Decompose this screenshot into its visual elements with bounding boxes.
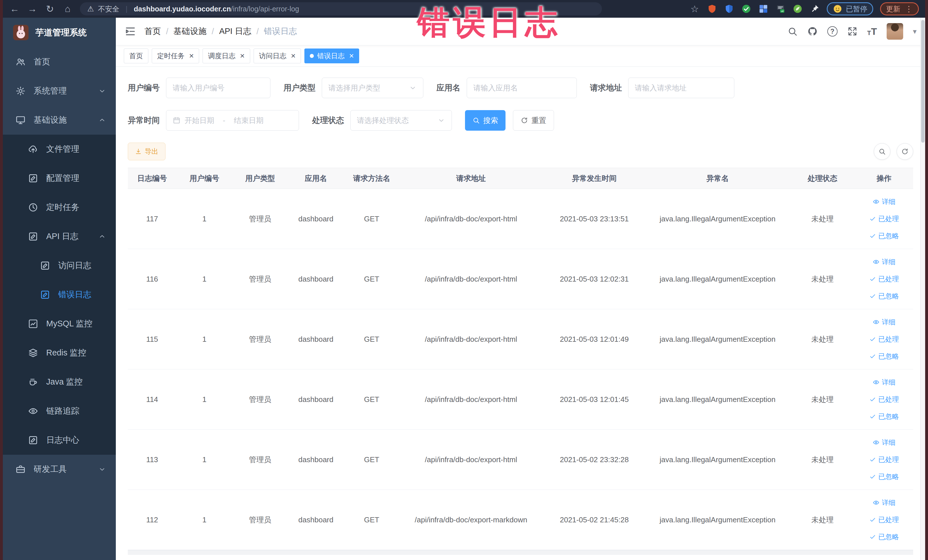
action-detail[interactable]: 详细 <box>873 498 896 507</box>
shield-extension-icon[interactable] <box>724 4 734 14</box>
bookmark-star-icon[interactable]: ☆ <box>689 3 700 15</box>
sidebar-item-dev-tools[interactable]: 研发工具 <box>3 455 116 484</box>
user-type-select[interactable]: 请选择用户类型 <box>322 78 423 98</box>
sidebar-item-access-log[interactable]: 访问日志 <box>3 251 116 280</box>
cell-app: dashboard <box>288 516 344 524</box>
action-ignored[interactable]: 已忽略 <box>869 412 899 421</box>
eye-icon <box>873 258 879 265</box>
onoff-extension-icon[interactable]: off <box>775 4 786 14</box>
user-id-input[interactable] <box>166 78 270 98</box>
vertical-scrollbar[interactable] <box>920 18 925 560</box>
sidebar-item-config-management[interactable]: 配置管理 <box>3 164 116 193</box>
sidebar-item-label: MySQL 监控 <box>46 318 92 330</box>
column-header: 用户类型 <box>232 174 288 183</box>
breadcrumb-separator: / <box>212 27 214 36</box>
help-icon[interactable]: ? <box>827 26 838 37</box>
action-ignored[interactable]: 已忽略 <box>869 472 899 481</box>
sidebar-logo[interactable]: 芋道管理系统 <box>3 18 116 47</box>
app-name-label: 应用名 <box>437 82 461 93</box>
action-detail[interactable]: 详细 <box>873 438 896 447</box>
table-horizontal-scrollbar[interactable] <box>128 550 913 555</box>
sidebar-item-redis-monitor[interactable]: Redis 监控 <box>3 338 116 368</box>
home-icon[interactable]: ⌂ <box>62 3 73 14</box>
action-detail[interactable]: 详细 <box>873 257 896 267</box>
sidebar-item-log-center[interactable]: 日志中心 <box>3 426 116 455</box>
pin-extension-icon[interactable] <box>810 4 820 14</box>
app-name-input[interactable] <box>467 78 577 98</box>
github-icon[interactable] <box>807 26 818 37</box>
reload-icon[interactable]: ↻ <box>44 3 55 15</box>
action-processed[interactable]: 已处理 <box>869 395 899 404</box>
tab-access-log[interactable]: 访问日志× <box>253 49 301 63</box>
back-icon[interactable]: ← <box>9 3 20 14</box>
sidebar-item-label: 日志中心 <box>46 435 79 446</box>
user-avatar[interactable] <box>887 23 903 40</box>
cell-method: GET <box>344 455 399 464</box>
sidebar-item-home[interactable]: 首页 <box>3 47 116 76</box>
breadcrumb-item[interactable]: API 日志 <box>219 26 251 37</box>
tab-scheduled-task[interactable]: 定时任务× <box>152 49 199 63</box>
font-size-icon[interactable]: TT <box>867 26 877 36</box>
export-button[interactable]: 导出 <box>128 143 165 160</box>
refresh-table-button[interactable] <box>897 143 913 160</box>
breadcrumb-item[interactable]: 基础设施 <box>174 26 206 37</box>
sidebar-item-system-management[interactable]: 系统管理 <box>3 76 116 105</box>
grid-extension-icon[interactable] <box>758 4 769 14</box>
action-processed[interactable]: 已处理 <box>869 455 899 464</box>
action-processed[interactable]: 已处理 <box>869 275 899 284</box>
table-row: 1131管理员dashboardGET/api/infra/db-doc/exp… <box>128 430 913 490</box>
sidebar-item-error-log[interactable]: 错误日志 <box>3 280 116 309</box>
action-processed[interactable]: 已处理 <box>869 214 899 223</box>
sidebar-item-java-monitor[interactable]: Java 监控 <box>3 368 116 397</box>
toggle-search-button[interactable] <box>874 143 890 160</box>
sidebar-item-mysql-monitor[interactable]: MySQL 监控 <box>3 309 116 338</box>
reset-button[interactable]: 重置 <box>513 110 554 131</box>
action-detail[interactable]: 详细 <box>873 317 896 327</box>
hamburger-icon[interactable] <box>124 25 136 37</box>
search-button[interactable]: 搜索 <box>465 110 505 131</box>
action-processed[interactable]: 已处理 <box>869 515 899 524</box>
tab-schedule-log[interactable]: 调度日志× <box>203 49 250 63</box>
sidebar-item-trace[interactable]: 链路追踪 <box>3 397 116 426</box>
caret-down-icon[interactable]: ▾ <box>913 27 917 36</box>
column-header: 处理状态 <box>789 174 856 183</box>
monitor-icon <box>15 115 26 125</box>
sidebar-item-api-log[interactable]: API 日志 <box>3 222 116 251</box>
close-icon[interactable]: × <box>349 52 354 60</box>
close-icon[interactable]: × <box>189 52 194 60</box>
update-label: 更新 <box>886 4 901 14</box>
fullscreen-icon[interactable] <box>847 26 858 37</box>
action-ignored[interactable]: 已忽略 <box>869 231 899 241</box>
process-status-select[interactable]: 请选择处理状态 <box>350 110 452 131</box>
request-url-input[interactable] <box>628 78 734 98</box>
action-detail[interactable]: 详细 <box>873 378 896 387</box>
search-icon[interactable] <box>788 26 798 37</box>
exception-time-range-picker[interactable]: 开始日期 - 结束日期 <box>166 110 299 131</box>
tab-error-log[interactable]: 错误日志× <box>304 49 359 63</box>
sidebar-item-infrastructure[interactable]: 基础设施 <box>3 105 116 135</box>
app-title: 芋道管理系统 <box>35 27 87 38</box>
cell-user_type: 管理员 <box>232 455 288 465</box>
action-processed[interactable]: 已处理 <box>869 335 899 344</box>
action-detail[interactable]: 详细 <box>873 197 896 206</box>
update-pill[interactable]: 更新 ⋮ <box>880 2 919 15</box>
ublock-extension-icon[interactable] <box>707 4 717 14</box>
action-ignored[interactable]: 已忽略 <box>869 291 899 301</box>
leaf-extension-icon[interactable] <box>792 4 803 14</box>
sidebar-item-file-management[interactable]: 文件管理 <box>3 135 116 164</box>
forward-icon[interactable]: → <box>27 3 38 14</box>
scrollbar-thumb[interactable] <box>921 20 925 143</box>
close-icon[interactable]: × <box>240 52 244 60</box>
action-ignored[interactable]: 已忽略 <box>869 352 899 361</box>
close-icon[interactable]: × <box>291 52 296 60</box>
profile-paused-pill[interactable]: 已暂停 <box>827 2 873 15</box>
kebab-menu-icon[interactable]: ⋮ <box>905 4 913 14</box>
breadcrumb-item[interactable]: 首页 <box>144 26 161 37</box>
cell-method: GET <box>344 215 399 223</box>
check-extension-icon[interactable] <box>741 4 751 14</box>
sidebar: 芋道管理系统 首页系统管理基础设施文件管理配置管理定时任务API 日志访问日志错… <box>3 18 116 560</box>
sidebar-item-scheduled-task[interactable]: 定时任务 <box>3 193 116 222</box>
refresh-icon <box>901 148 908 155</box>
tab-home[interactable]: 首页 <box>124 49 148 63</box>
action-ignored[interactable]: 已忽略 <box>869 533 899 542</box>
